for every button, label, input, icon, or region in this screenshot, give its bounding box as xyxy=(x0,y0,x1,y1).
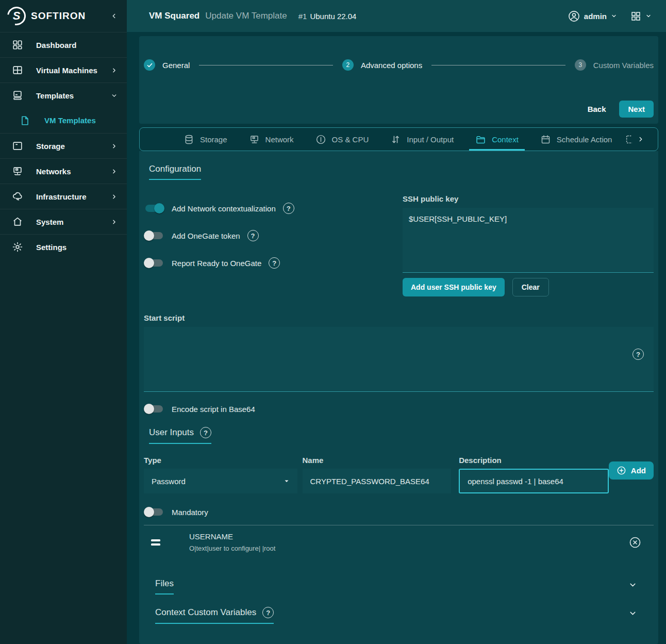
sidebar-item-storage[interactable]: Storage xyxy=(0,133,127,158)
add-onegate-token-toggle[interactable] xyxy=(144,230,164,241)
tab-os-cpu[interactable]: OS & CPU xyxy=(305,128,380,151)
main-area: VM Squared Update VM Template #1 Ubuntu … xyxy=(127,0,666,644)
ccv-title: Context Custom Variables xyxy=(155,607,256,618)
user-input-form-row: Type Password Name Description xyxy=(144,456,654,493)
mandatory-row: Mandatory xyxy=(144,507,654,517)
sidebar-item-label: Settings xyxy=(36,243,66,252)
sidebar-item-system[interactable]: System xyxy=(0,209,127,234)
folder-icon xyxy=(475,134,486,145)
step-number-circle: 2 xyxy=(342,59,354,71)
type-field-group: Type Password xyxy=(144,456,297,493)
chevron-left-icon xyxy=(110,12,118,20)
type-select[interactable]: Password xyxy=(144,469,297,493)
calendar-icon xyxy=(540,134,551,145)
files-section-header[interactable]: Files xyxy=(144,579,654,595)
apps-menu[interactable] xyxy=(630,11,652,22)
start-script-label: Start script xyxy=(144,313,654,322)
tab-context[interactable]: Context xyxy=(464,128,529,151)
content-area: General 2 Advanced options 3 Custom Vari… xyxy=(127,32,666,644)
context-custom-variables-section-header[interactable]: Context Custom Variables ? xyxy=(144,607,654,624)
help-icon[interactable]: ? xyxy=(247,230,259,241)
infrastructure-icon xyxy=(12,191,23,202)
sidebar-item-vm-templates[interactable]: VM Templates xyxy=(0,108,127,133)
tab-label: Input / Output xyxy=(407,135,454,144)
toggle-label: Report Ready to OneGate xyxy=(172,259,261,268)
sidebar-item-dashboard[interactable]: Dashboard xyxy=(0,32,127,57)
chevron-right-icon xyxy=(637,136,644,143)
step-custom-variables[interactable]: 3 Custom Variables xyxy=(575,59,654,71)
description-input[interactable] xyxy=(468,477,600,486)
toggle-label: Add Network contextualization xyxy=(172,204,276,213)
sidebar-item-virtual-machines[interactable]: Virtual Machines xyxy=(0,57,127,82)
stepper: General 2 Advanced options 3 Custom Vari… xyxy=(144,59,654,71)
report-ready-onegate-toggle[interactable] xyxy=(144,258,164,268)
tab-schedule-action[interactable]: Schedule Action xyxy=(529,128,623,151)
apps-grid-icon xyxy=(630,11,641,22)
add-user-ssh-key-button[interactable]: Add user SSH public key xyxy=(403,278,505,296)
help-icon[interactable]: ? xyxy=(262,607,274,618)
sidebar-item-networks[interactable]: Networks xyxy=(0,158,127,184)
help-icon[interactable]: ? xyxy=(269,257,280,269)
tab-label: OS & CPU xyxy=(332,135,369,144)
add-network-contextualization-toggle[interactable] xyxy=(144,203,164,213)
page-title: Update VM Template xyxy=(205,11,287,21)
drag-handle-icon[interactable] xyxy=(151,539,160,546)
sidebar-item-templates[interactable]: Templates xyxy=(0,82,127,108)
sidebar: S SOFTIRON Dashboard Virtual Machines Te… xyxy=(0,0,127,644)
user-inputs-list: USERNAME O|text|user to configure| |root xyxy=(144,525,654,560)
type-selected-value: Password xyxy=(152,477,186,486)
storage-icon xyxy=(12,140,23,152)
configuration-section-header: Configuration xyxy=(144,164,654,180)
add-user-input-button[interactable]: Add xyxy=(609,461,654,480)
sidebar-item-infrastructure[interactable]: Infrastructure xyxy=(0,184,127,209)
user-menu[interactable]: admin xyxy=(568,10,617,22)
app-title: VM Squared xyxy=(149,11,199,21)
remove-user-input-button[interactable] xyxy=(629,536,641,549)
clear-ssh-key-button[interactable]: Clear xyxy=(512,278,549,296)
chevron-right-icon xyxy=(111,143,118,150)
sidebar-item-settings[interactable]: Settings xyxy=(0,234,127,259)
back-button[interactable]: Back xyxy=(580,101,613,118)
chevron-down-icon[interactable] xyxy=(628,579,637,589)
step-advanced-options[interactable]: 2 Advanced options xyxy=(342,59,422,71)
chevron-right-icon xyxy=(111,219,118,225)
name-field-group: Name xyxy=(303,456,452,493)
system-icon xyxy=(12,216,23,227)
network-icon xyxy=(249,134,260,145)
check-icon xyxy=(146,62,153,69)
templates-icon xyxy=(12,90,23,101)
tab-label: Network xyxy=(265,135,294,144)
name-field-wrap xyxy=(303,469,452,493)
tab-storage[interactable]: Storage xyxy=(173,128,238,151)
help-icon[interactable]: ? xyxy=(632,349,644,360)
encode-base64-toggle[interactable] xyxy=(144,404,164,414)
tab-input-output[interactable]: Input / Output xyxy=(379,128,464,151)
context-tab-panel: Configuration Add Network contextualizat… xyxy=(139,151,658,644)
next-button[interactable]: Next xyxy=(619,101,654,118)
sidebar-collapse-button[interactable] xyxy=(110,12,118,20)
mandatory-toggle[interactable] xyxy=(144,507,164,517)
help-icon[interactable]: ? xyxy=(283,203,294,214)
step-general[interactable]: General xyxy=(144,59,190,71)
tab-label: Context xyxy=(492,135,519,144)
user-input-list-item: USERNAME O|text|user to configure| |root xyxy=(144,525,654,560)
sidebar-item-label: Infrastructure xyxy=(36,192,87,201)
ssh-public-key-textarea[interactable]: $USER[SSH_PUBLIC_KEY] xyxy=(403,208,654,273)
chevron-right-icon xyxy=(111,193,118,200)
start-script-textarea[interactable] xyxy=(144,327,654,392)
tab-network[interactable]: Network xyxy=(238,128,305,151)
step-label: General xyxy=(162,61,190,70)
advanced-options-tabbar: Storage Network OS & CPU Input / Output … xyxy=(139,127,658,151)
arrows-updown-icon xyxy=(390,134,401,145)
chevron-down-icon[interactable] xyxy=(628,607,637,618)
sidebar-item-label: VM Templates xyxy=(44,116,96,125)
toggle-row-add-network: Add Network contextualization ? xyxy=(144,203,403,214)
configuration-grid: Add Network contextualization ? Add OneG… xyxy=(144,194,654,296)
username-label: admin xyxy=(584,12,607,21)
user-circle-icon xyxy=(568,10,580,22)
name-input[interactable] xyxy=(310,477,444,486)
tabbar-scroll-right-button[interactable] xyxy=(637,136,651,143)
description-field-group: Description xyxy=(459,456,609,493)
stepper-connector xyxy=(431,65,565,65)
help-icon[interactable]: ? xyxy=(200,427,211,438)
